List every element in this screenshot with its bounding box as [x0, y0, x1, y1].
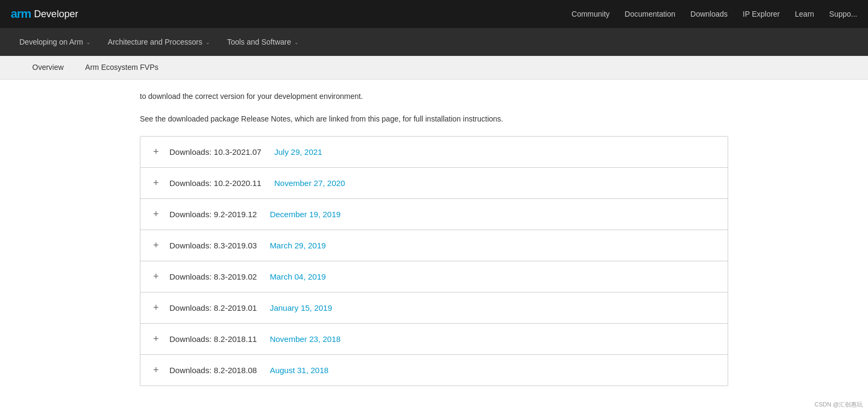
sub-nav: Overview Arm Ecosystem FVPs [0, 56, 868, 80]
accordion-date: July 29, 2021 [274, 147, 322, 156]
secondary-nav-label: Developing on Arm [19, 38, 83, 46]
tab-arm-ecosystem-fvps[interactable]: Arm Ecosystem FVPs [74, 56, 169, 79]
accordion-label: Downloads: 8.3-2019.02 [169, 272, 257, 281]
top-nav-links: Community Documentation Downloads IP Exp… [572, 10, 857, 18]
top-nav: arm Developer Community Documentation Do… [0, 0, 868, 28]
intro-text: See the downloaded package Release Notes… [140, 113, 728, 125]
accordion-label: Downloads: 8.2-2018.11 [169, 334, 257, 344]
accordion-header-item-6[interactable]: +Downloads: 8.2-2019.01January 15, 2019 [140, 292, 728, 323]
top-nav-item-ip-explorer[interactable]: IP Explorer [743, 10, 780, 18]
main-content: to download the correct version for your… [0, 80, 868, 397]
accordion-item: +Downloads: 8.2-2018.08August 31, 2018 [140, 355, 728, 386]
plus-icon: + [151, 146, 161, 158]
top-nav-item-downloads[interactable]: Downloads [691, 10, 728, 18]
accordion-label: Downloads: 8.2-2018.08 [169, 366, 257, 375]
secondary-nav-item-architecture[interactable]: Architecture and Processors ⌄ [99, 28, 218, 56]
plus-icon: + [151, 209, 161, 220]
accordion-item: +Downloads: 8.3-2019.03March 29, 2019 [140, 230, 728, 261]
accordion-item: +Downloads: 8.3-2019.02March 04, 2019 [140, 261, 728, 292]
accordion-date: December 19, 2019 [270, 210, 341, 219]
accordion-date: March 29, 2019 [270, 241, 326, 250]
accordion-header-item-5[interactable]: +Downloads: 8.3-2019.02March 04, 2019 [140, 261, 728, 292]
chevron-down-icon: ⌄ [294, 39, 298, 45]
cut-off-text: to download the correct version for your… [140, 90, 728, 102]
secondary-nav-item-tools-software[interactable]: Tools and Software ⌄ [218, 28, 307, 56]
secondary-nav: Developing on Arm ⌄ Architecture and Pro… [0, 28, 868, 56]
secondary-nav-label: Architecture and Processors [108, 38, 202, 46]
accordion-item: +Downloads: 9.2-2019.12December 19, 2019 [140, 199, 728, 230]
accordion-item: +Downloads: 8.2-2018.11November 23, 2018 [140, 324, 728, 355]
top-nav-item-documentation[interactable]: Documentation [625, 10, 675, 18]
accordion-header-item-3[interactable]: +Downloads: 9.2-2019.12December 19, 2019 [140, 199, 728, 230]
accordion-item: +Downloads: 10.3-2021.07July 29, 2021 [140, 137, 728, 168]
plus-icon: + [151, 240, 161, 251]
accordion: +Downloads: 10.3-2021.07July 29, 2021+Do… [140, 136, 728, 386]
accordion-label: Downloads: 8.2-2019.01 [169, 303, 257, 312]
secondary-nav-label: Tools and Software [227, 38, 291, 46]
tab-overview[interactable]: Overview [22, 56, 74, 79]
accordion-header-item-7[interactable]: +Downloads: 8.2-2018.11November 23, 2018 [140, 324, 728, 354]
accordion-label: Downloads: 10.2-2020.11 [169, 179, 261, 188]
accordion-label: Downloads: 9.2-2019.12 [169, 210, 257, 219]
accordion-date: November 23, 2018 [270, 334, 341, 344]
secondary-nav-item-developing-on-arm[interactable]: Developing on Arm ⌄ [11, 28, 99, 56]
accordion-date: March 04, 2019 [270, 272, 326, 281]
top-nav-item-community[interactable]: Community [572, 10, 610, 18]
plus-icon: + [151, 365, 161, 376]
accordion-header-item-2[interactable]: +Downloads: 10.2-2020.11November 27, 202… [140, 168, 728, 198]
accordion-date: January 15, 2019 [270, 303, 332, 312]
plus-icon: + [151, 302, 161, 313]
accordion-item: +Downloads: 8.2-2019.01January 15, 2019 [140, 292, 728, 324]
logo-arm: arm [11, 7, 31, 21]
plus-icon: + [151, 333, 161, 345]
top-nav-item-support[interactable]: Suppo... [829, 10, 857, 18]
logo-developer: Developer [34, 9, 78, 20]
accordion-header-item-8[interactable]: +Downloads: 8.2-2018.08August 31, 2018 [140, 355, 728, 386]
plus-icon: + [151, 271, 161, 282]
chevron-down-icon: ⌄ [86, 39, 90, 45]
accordion-header-item-4[interactable]: +Downloads: 8.3-2019.03March 29, 2019 [140, 230, 728, 261]
top-nav-item-learn[interactable]: Learn [795, 10, 814, 18]
accordion-item: +Downloads: 10.2-2020.11November 27, 202… [140, 168, 728, 199]
accordion-label: Downloads: 10.3-2021.07 [169, 147, 261, 156]
accordion-label: Downloads: 8.3-2019.03 [169, 241, 257, 250]
chevron-down-icon: ⌄ [205, 39, 210, 45]
accordion-header-item-1[interactable]: +Downloads: 10.3-2021.07July 29, 2021 [140, 137, 728, 167]
logo: arm Developer [11, 7, 78, 21]
accordion-date: August 31, 2018 [270, 366, 329, 375]
accordion-date: November 27, 2020 [274, 179, 345, 188]
plus-icon: + [151, 177, 161, 189]
